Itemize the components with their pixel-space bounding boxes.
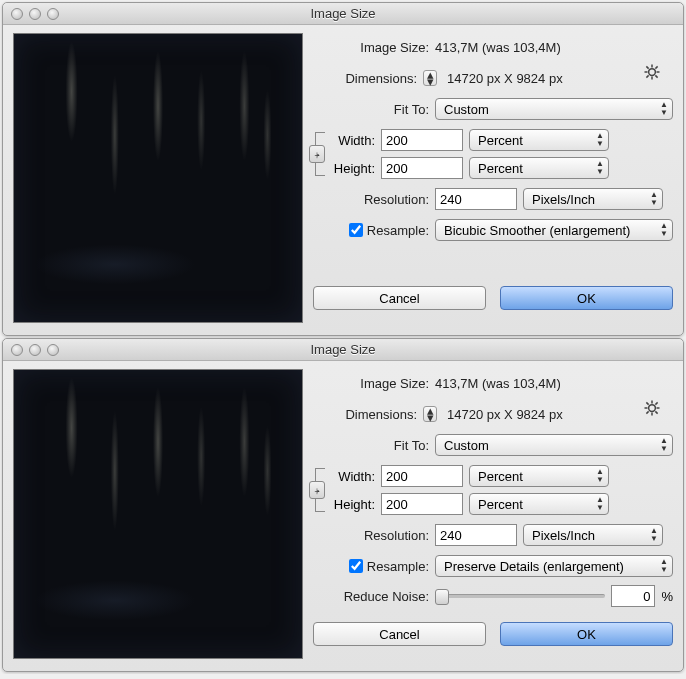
height-unit-select[interactable]: Percent ▲▼: [469, 493, 609, 515]
height-input[interactable]: [381, 493, 463, 515]
titlebar[interactable]: Image Size: [3, 3, 683, 25]
ok-button-label: OK: [577, 291, 596, 306]
dimensions-value: 14720 px X 9824 px: [447, 71, 563, 86]
titlebar[interactable]: Image Size: [3, 339, 683, 361]
cancel-button-label: Cancel: [379, 291, 419, 306]
minimize-icon[interactable]: [29, 344, 41, 356]
gear-icon[interactable]: [643, 63, 661, 81]
close-icon[interactable]: [11, 8, 23, 20]
height-unit-value: Percent: [478, 497, 523, 512]
link-icon: ⍆: [309, 145, 325, 163]
svg-line-17: [655, 402, 657, 404]
chevron-updown-icon: ▲▼: [660, 222, 668, 238]
width-unit-select[interactable]: Percent ▲▼: [469, 465, 609, 487]
svg-line-14: [646, 402, 648, 404]
close-icon[interactable]: [11, 344, 23, 356]
dimensions-label: Dimensions:: [313, 71, 417, 86]
width-input[interactable]: [381, 465, 463, 487]
image-size-value: 413,7M (was 103,4M): [435, 376, 561, 391]
svg-line-6: [655, 75, 657, 77]
width-unit-select[interactable]: Percent ▲▼: [469, 129, 609, 151]
resample-checkbox[interactable]: [349, 559, 363, 573]
ok-button-label: OK: [577, 627, 596, 642]
dimensions-label: Dimensions:: [313, 407, 417, 422]
dimensions-unit-stepper[interactable]: ▴▾: [423, 70, 437, 86]
width-label: Width:: [327, 469, 375, 484]
reduce-noise-slider[interactable]: [435, 594, 605, 598]
constrain-proportions[interactable]: ⍆: [313, 126, 333, 182]
resample-label: Resample:: [367, 559, 429, 574]
image-size-dialog: Image Size Image Size: 413,7M (was 103,4…: [2, 2, 684, 336]
cancel-button[interactable]: Cancel: [313, 622, 486, 646]
svg-line-8: [655, 66, 657, 68]
ok-button[interactable]: OK: [500, 286, 673, 310]
minimize-icon[interactable]: [29, 8, 41, 20]
resolution-unit-value: Pixels/Inch: [532, 192, 595, 207]
resolution-unit-select[interactable]: Pixels/Inch ▲▼: [523, 524, 663, 546]
svg-line-15: [655, 411, 657, 413]
resolution-label: Resolution:: [313, 528, 429, 543]
fit-to-label: Fit To:: [313, 438, 429, 453]
height-label: Height:: [327, 161, 375, 176]
reduce-noise-input[interactable]: [611, 585, 655, 607]
image-size-value: 413,7M (was 103,4M): [435, 40, 561, 55]
resample-method-select[interactable]: Preserve Details (enlargement) ▲▼: [435, 555, 673, 577]
svg-line-16: [646, 411, 648, 413]
chevron-updown-icon: ▲▼: [660, 101, 668, 117]
gear-icon[interactable]: [643, 399, 661, 417]
chevron-updown-icon: ▲▼: [650, 191, 658, 207]
image-size-dialog: Image Size Image Size: 413,7M (was 103,4…: [2, 338, 684, 672]
width-unit-value: Percent: [478, 469, 523, 484]
height-label: Height:: [327, 497, 375, 512]
resolution-unit-select[interactable]: Pixels/Inch ▲▼: [523, 188, 663, 210]
preview-image[interactable]: [13, 369, 303, 659]
image-size-label: Image Size:: [313, 40, 429, 55]
link-icon: ⍆: [309, 481, 325, 499]
zoom-icon[interactable]: [47, 8, 59, 20]
chevron-updown-icon: ▲▼: [660, 437, 668, 453]
svg-point-9: [649, 405, 656, 412]
window-title: Image Size: [3, 6, 683, 21]
ok-button[interactable]: OK: [500, 622, 673, 646]
svg-point-0: [649, 69, 656, 76]
window-title: Image Size: [3, 342, 683, 357]
fit-to-select[interactable]: Custom ▲▼: [435, 434, 673, 456]
fit-to-value: Custom: [444, 438, 489, 453]
width-label: Width:: [327, 133, 375, 148]
cancel-button-label: Cancel: [379, 627, 419, 642]
height-input[interactable]: [381, 157, 463, 179]
dimensions-value: 14720 px X 9824 px: [447, 407, 563, 422]
dimensions-unit-stepper[interactable]: ▴▾: [423, 406, 437, 422]
svg-line-5: [646, 66, 648, 68]
reduce-noise-label: Reduce Noise:: [313, 589, 429, 604]
fit-to-select[interactable]: Custom ▲▼: [435, 98, 673, 120]
chevron-updown-icon: ▲▼: [596, 132, 604, 148]
chevron-updown-icon: ▲▼: [596, 160, 604, 176]
resolution-label: Resolution:: [313, 192, 429, 207]
chevron-updown-icon: ▲▼: [596, 496, 604, 512]
image-size-label: Image Size:: [313, 376, 429, 391]
resolution-input[interactable]: [435, 524, 517, 546]
chevron-updown-icon: ▲▼: [660, 558, 668, 574]
resample-checkbox[interactable]: [349, 223, 363, 237]
resample-method-value: Bicubic Smoother (enlargement): [444, 223, 630, 238]
height-unit-value: Percent: [478, 161, 523, 176]
resolution-unit-value: Pixels/Inch: [532, 528, 595, 543]
height-unit-select[interactable]: Percent ▲▼: [469, 157, 609, 179]
cancel-button[interactable]: Cancel: [313, 286, 486, 310]
constrain-proportions[interactable]: ⍆: [313, 462, 333, 518]
width-input[interactable]: [381, 129, 463, 151]
fit-to-label: Fit To:: [313, 102, 429, 117]
resample-method-value: Preserve Details (enlargement): [444, 559, 624, 574]
svg-line-7: [646, 75, 648, 77]
width-unit-value: Percent: [478, 133, 523, 148]
slider-thumb-icon[interactable]: [435, 589, 449, 605]
chevron-updown-icon: ▲▼: [596, 468, 604, 484]
resample-method-select[interactable]: Bicubic Smoother (enlargement) ▲▼: [435, 219, 673, 241]
zoom-icon[interactable]: [47, 344, 59, 356]
percent-label: %: [661, 589, 673, 604]
resample-label: Resample:: [367, 223, 429, 238]
fit-to-value: Custom: [444, 102, 489, 117]
preview-image[interactable]: [13, 33, 303, 323]
resolution-input[interactable]: [435, 188, 517, 210]
